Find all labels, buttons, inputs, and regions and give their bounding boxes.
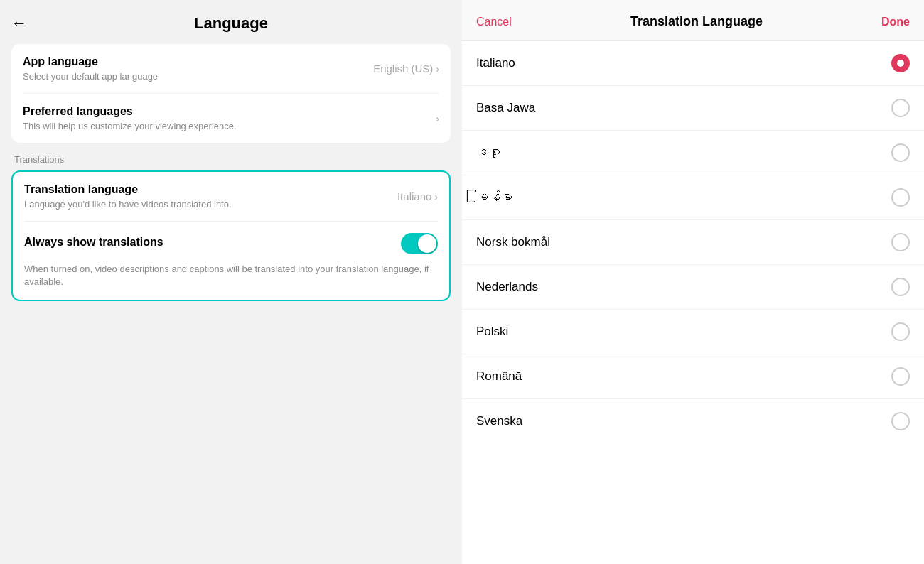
left-header: ← Language xyxy=(11,0,451,44)
translation-card: Translation language Language you'd like… xyxy=(11,170,451,301)
preferred-languages-label: Preferred languages xyxy=(23,105,436,118)
language-card: App language Select your default app lan… xyxy=(11,44,451,143)
app-language-sublabel: Select your default app language xyxy=(23,71,373,82)
radio-button[interactable] xyxy=(891,99,910,117)
language-name: ဒဂုး xyxy=(476,146,500,160)
translation-language-row[interactable]: Translation language Language you'd like… xyxy=(24,172,438,222)
language-name: Polski xyxy=(476,325,508,339)
language-name: Nederlands xyxy=(476,280,538,294)
radio-button[interactable] xyxy=(891,278,910,296)
chevron-right-icon: › xyxy=(434,191,438,202)
language-item[interactable]: Svenska xyxy=(462,399,924,443)
radio-button[interactable] xyxy=(891,233,910,251)
always-show-translations-label: Always show translations xyxy=(24,236,163,249)
language-list: ItalianoBasa Jawaဒဂုးမြန်မာNorsk bokmålN… xyxy=(462,41,924,564)
back-button[interactable]: ← xyxy=(11,14,27,33)
translation-language-sublabel: Language you'd like to have videos trans… xyxy=(24,199,397,210)
page-title: Language xyxy=(194,14,268,33)
translation-language-title: Translation Language xyxy=(630,14,763,29)
language-item[interactable]: Polski xyxy=(462,310,924,354)
radio-button[interactable] xyxy=(891,322,910,341)
radio-button[interactable] xyxy=(891,412,910,430)
language-name: Svenska xyxy=(476,414,522,428)
app-language-value: English (US) xyxy=(373,63,433,75)
language-name: Română xyxy=(476,369,522,384)
language-item[interactable]: Italiano xyxy=(462,41,924,86)
app-language-row[interactable]: App language Select your default app lan… xyxy=(23,44,439,94)
chevron-right-icon: › xyxy=(436,113,439,124)
right-panel: Cancel Translation Language Done Italian… xyxy=(462,0,924,564)
language-name: Norsk bokmål xyxy=(476,235,550,249)
language-item[interactable]: ဒဂုး xyxy=(462,131,924,175)
right-header: Cancel Translation Language Done xyxy=(462,0,924,41)
toggle-knob xyxy=(418,234,436,253)
preferred-languages-row[interactable]: Preferred languages This will help us cu… xyxy=(23,94,439,143)
done-button[interactable]: Done xyxy=(881,16,910,28)
radio-button[interactable] xyxy=(891,188,910,207)
language-name: Italiano xyxy=(476,56,515,70)
translation-language-label: Translation language xyxy=(24,183,397,196)
language-item[interactable]: Română xyxy=(462,354,924,399)
language-item[interactable]: Nederlands xyxy=(462,265,924,310)
radio-button[interactable] xyxy=(891,54,910,72)
chevron-right-icon: › xyxy=(436,63,439,75)
app-language-label: App language xyxy=(23,55,373,68)
language-item[interactable]: Norsk bokmål xyxy=(462,220,924,265)
radio-button[interactable] xyxy=(891,143,910,162)
language-item[interactable]: Basa Jawa xyxy=(462,86,924,131)
preferred-languages-sublabel: This will help us customize your viewing… xyxy=(23,121,436,131)
cancel-button[interactable]: Cancel xyxy=(476,16,512,28)
language-name: မြန်မာ xyxy=(476,190,512,205)
translation-language-value: Italiano xyxy=(397,190,431,202)
always-show-translations-toggle[interactable] xyxy=(401,233,438,254)
language-name: Basa Jawa xyxy=(476,101,535,115)
language-item[interactable]: မြန်မာ xyxy=(462,175,924,220)
left-panel: ← Language App language Select your defa… xyxy=(0,0,462,564)
always-show-translations-description: When turned on, video descriptions and c… xyxy=(24,263,438,288)
radio-button[interactable] xyxy=(891,367,910,386)
always-show-translations-row: Always show translations When turned on,… xyxy=(24,222,438,300)
translations-section-label: Translations xyxy=(14,154,448,165)
